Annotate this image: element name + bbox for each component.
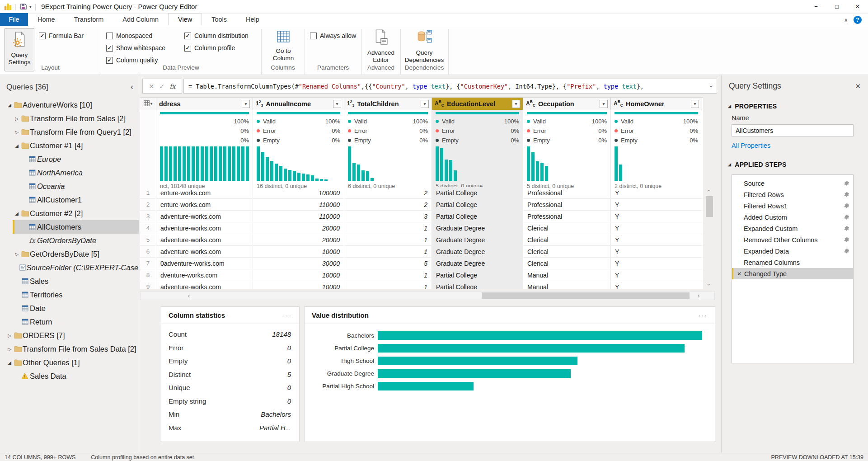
horizontal-scrollbar[interactable]: ‹ ›	[140, 291, 715, 300]
cell-annualincome[interactable]: 10000	[253, 281, 344, 289]
step-settings-gear-icon[interactable]	[844, 237, 849, 243]
cell-homeowner[interactable]: Y	[611, 211, 702, 222]
distribution-bar[interactable]	[378, 382, 474, 390]
query-name-input[interactable]	[732, 124, 854, 136]
show-whitespace-checkbox[interactable]: ✓Show whitespace	[106, 44, 165, 52]
always-allow-checkbox[interactable]: Always allow	[310, 32, 356, 39]
monospaced-checkbox[interactable]: Monospaced	[106, 32, 152, 39]
distribution-bar[interactable]	[378, 357, 577, 365]
table-menu-caret-icon[interactable]: ▾	[150, 102, 152, 106]
query-tree-item[interactable]: SourceFolder (C:\9EXPERT-Case Study-...	[0, 261, 139, 274]
cell-homeowner[interactable]: Y	[611, 258, 702, 269]
cell-ddress[interactable]: adventure-works.com	[156, 246, 253, 257]
all-properties-link[interactable]: All Properties	[722, 136, 868, 150]
column-header-occupation[interactable]: ABCOccupation▾	[523, 98, 611, 110]
cell-occupation[interactable]: Professional	[523, 199, 611, 210]
checkbox-box-icon[interactable]	[310, 33, 317, 39]
scroll-right-icon[interactable]: ›	[694, 292, 704, 300]
checkbox-box-icon[interactable]: ✓	[106, 57, 113, 64]
cell-totalchildren[interactable]: 5	[344, 258, 432, 269]
cell-educationlevel[interactable]: Graduate Degree	[432, 258, 523, 269]
filter-dropdown-icon[interactable]: ▾	[242, 100, 250, 108]
cell-totalchildren[interactable]: 2	[344, 199, 432, 210]
cell-ddress[interactable]: 0adventure-works.com	[156, 258, 253, 269]
cell-totalchildren[interactable]: 2	[344, 187, 432, 198]
scroll-up-icon[interactable]: ‹	[705, 186, 714, 196]
cell-annualincome[interactable]: 20000	[253, 222, 344, 234]
applied-step-expanded-custom[interactable]: Expanded Custom	[732, 223, 853, 234]
cell-educationlevel[interactable]: Partial College	[432, 199, 523, 210]
cell-annualincome[interactable]: 110000	[253, 199, 344, 210]
cell-annualincome[interactable]: 10000	[253, 269, 344, 281]
tab-file[interactable]: File	[0, 13, 28, 26]
tree-collapsed-icon[interactable]: ▷	[14, 130, 20, 135]
cell-ddress[interactable]: enture-works.com	[156, 199, 253, 210]
cell-occupation[interactable]: Clerical	[523, 222, 611, 234]
cell-annualincome[interactable]: 30000	[253, 258, 344, 269]
cell-ddress[interactable]: adventure-works.com	[156, 234, 253, 245]
query-tree-item[interactable]: ▷Transform File from Sales Data [2]	[0, 342, 139, 356]
column-header-ddress[interactable]: ddress▾	[156, 98, 253, 110]
column-distribution-checkbox[interactable]: ✓Column distribution	[184, 32, 249, 39]
cell-totalchildren[interactable]: 3	[344, 211, 432, 222]
cell-homeowner[interactable]: Y	[611, 269, 702, 281]
query-tree-item[interactable]: Europe	[0, 152, 139, 166]
save-icon[interactable]	[20, 3, 27, 10]
formula-bar-checkbox[interactable]: ✓Formula Bar	[39, 32, 84, 39]
filter-dropdown-icon[interactable]: ▾	[600, 100, 608, 108]
filter-dropdown-icon[interactable]: ▾	[421, 100, 429, 108]
vertical-scrollbar[interactable]: ‹ ›	[704, 186, 714, 289]
checkbox-box-icon[interactable]: ✓	[184, 45, 191, 52]
cell-educationlevel[interactable]: Partial College	[432, 269, 523, 281]
query-tree-item[interactable]: Return	[0, 315, 139, 329]
query-tree-item[interactable]: ▷ORDERS [7]	[0, 329, 139, 342]
cell-educationlevel[interactable]: Partial College	[432, 281, 523, 289]
collapse-ribbon-icon[interactable]: ∧	[844, 17, 848, 24]
cell-annualincome[interactable]: 100000	[253, 187, 344, 198]
applied-step-added-custom[interactable]: Added Custom	[732, 212, 853, 223]
step-settings-gear-icon[interactable]	[844, 226, 849, 231]
query-tree-item[interactable]: Sales	[0, 274, 139, 288]
query-tree-item[interactable]: Date	[0, 301, 139, 315]
step-settings-gear-icon[interactable]	[844, 192, 849, 198]
tab-tools[interactable]: Tools	[202, 13, 236, 26]
table-row[interactable]: 4adventure-works.com200001Graduate Degre…	[140, 222, 703, 234]
query-tree-item[interactable]: Sales Data	[0, 369, 139, 383]
query-tree-item[interactable]: NorthAmerica	[0, 166, 139, 179]
step-settings-gear-icon[interactable]	[844, 180, 849, 186]
collapse-queries-pane-icon[interactable]: ‹	[131, 82, 133, 92]
cell-ddress[interactable]: dventure-works.com	[156, 269, 253, 281]
tab-home[interactable]: Home	[28, 13, 65, 26]
tab-view[interactable]: View	[168, 13, 202, 26]
cell-ddress[interactable]: adventure-works.com	[156, 211, 253, 222]
table-row[interactable]: 3adventure-works.com1100003Partial Colle…	[140, 211, 703, 222]
table-row[interactable]: 2enture-works.com1100002Partial CollegeP…	[140, 199, 703, 211]
quick-access-dropdown-icon[interactable]: ▾	[29, 4, 32, 9]
tree-collapsed-icon[interactable]: ▷	[6, 347, 13, 352]
commit-formula-icon[interactable]: ✓	[159, 83, 164, 90]
cell-homeowner[interactable]: Y	[611, 222, 702, 234]
cell-educationlevel[interactable]: Graduate Degree	[432, 222, 523, 234]
cell-occupation[interactable]: Professional	[523, 211, 611, 222]
cell-educationlevel[interactable]: Graduate Degree	[432, 234, 523, 245]
advanced-editor-button[interactable]: Advanced Editor	[363, 29, 399, 64]
query-tree-item[interactable]: ▷GetOrdersByDate [5]	[0, 247, 139, 261]
tree-expanded-icon[interactable]: ◢	[6, 103, 13, 108]
distribution-bar[interactable]	[378, 369, 571, 378]
step-settings-gear-icon[interactable]	[844, 248, 849, 254]
cell-totalchildren[interactable]: 1	[344, 234, 432, 245]
applied-step-expanded-data[interactable]: Expanded Data	[732, 245, 853, 257]
query-tree-item[interactable]: AllCustomer1	[0, 193, 139, 207]
expand-formula-icon[interactable]: ›	[708, 85, 716, 88]
table-row[interactable]: 9adventure-works.com100001Partial Colleg…	[140, 281, 703, 289]
maximize-button[interactable]: □	[826, 0, 847, 14]
tab-add-column[interactable]: Add Column	[113, 13, 168, 26]
applied-step-filtered-rows1[interactable]: Filtered Rows1	[732, 200, 853, 212]
close-query-settings-icon[interactable]: ✕	[855, 82, 861, 90]
tab-help[interactable]: Help	[236, 13, 269, 26]
scroll-left-icon[interactable]: ‹	[184, 292, 194, 300]
table-row[interactable]: 6adventure-works.com100001Graduate Degre…	[140, 246, 703, 258]
cell-educationlevel[interactable]: Partial College	[432, 187, 523, 198]
cell-occupation[interactable]: Clerical	[523, 234, 611, 245]
cell-occupation[interactable]: Clerical	[523, 246, 611, 257]
